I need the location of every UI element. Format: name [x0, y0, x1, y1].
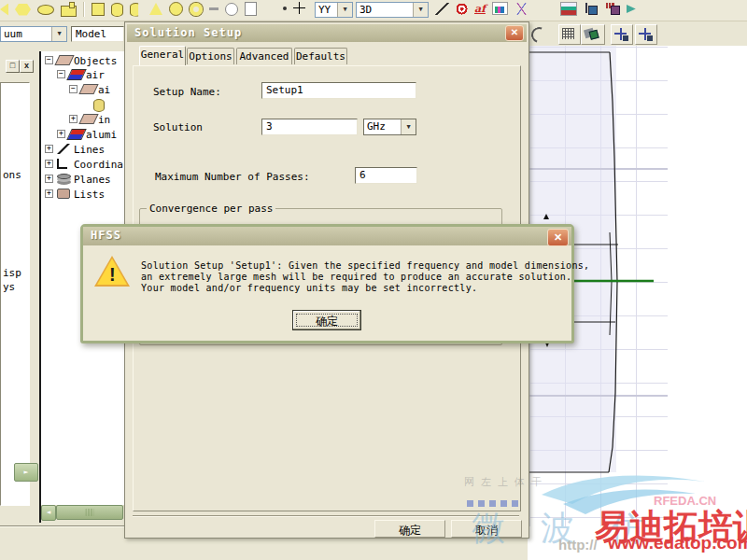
solution-frequency-label: Solution: [153, 121, 203, 133]
arrow-right-icon: ►: [24, 468, 29, 476]
expand-icon[interactable]: +: [45, 145, 53, 153]
solution-frequency-input[interactable]: 3: [261, 119, 358, 135]
material-combobox[interactable]: uum ▼: [0, 26, 67, 42]
collapse-icon[interactable]: −: [45, 56, 53, 64]
analyze-frequency-icon[interactable]: af: [474, 3, 486, 15]
tree-item-ai[interactable]: −ai: [41, 82, 124, 96]
tree-item-Planes[interactable]: +Planes: [41, 172, 124, 186]
arc-tool-icon[interactable]: [529, 24, 550, 46]
subtract-icon[interactable]: [209, 7, 218, 10]
move-view-button[interactable]: [635, 24, 657, 45]
maximize-icon: □: [10, 61, 15, 70]
tree-item-label: Coordina: [74, 159, 123, 171]
model-field[interactable]: Model: [71, 26, 124, 42]
maximize-button[interactable]: □: [6, 60, 20, 73]
tab-advanced[interactable]: Advanced: [236, 48, 292, 64]
planes-icon: [57, 174, 71, 179]
expand-icon[interactable]: +: [45, 160, 53, 168]
dialog-titlebar[interactable]: Solution Setup: [127, 24, 527, 42]
button-divider-highlight: [133, 516, 519, 517]
radiation-pattern-icon[interactable]: [514, 3, 529, 15]
regular-polygon-icon[interactable]: [15, 4, 31, 16]
objects-box-icon: [54, 55, 74, 65]
draw-sphere-icon[interactable]: [169, 2, 183, 16]
marker-arrow-up: [543, 214, 549, 219]
tree-item-air[interactable]: −air: [41, 67, 124, 81]
ok-button[interactable]: 确定: [374, 520, 445, 538]
results-chart-icon[interactable]: [560, 2, 577, 16]
close-button[interactable]: ✕: [505, 25, 524, 41]
measure-line-icon[interactable]: [435, 3, 449, 15]
warning-dialog-titlebar[interactable]: HFSS: [83, 227, 571, 245]
scrollbar-grip: [86, 509, 94, 516]
column-chart-icon[interactable]: [605, 3, 620, 15]
run-simulation-icon[interactable]: [627, 3, 640, 15]
fill-color-button[interactable]: [581, 24, 605, 45]
export-results-icon[interactable]: [584, 3, 599, 15]
polyline-icon[interactable]: [245, 2, 257, 16]
scroll-right-button[interactable]: ►: [14, 463, 38, 482]
tree-item-label: Planes: [74, 174, 111, 186]
target-icon[interactable]: [456, 3, 468, 15]
tree-item-Lines[interactable]: +Lines: [41, 142, 124, 156]
collapse-icon[interactable]: −: [69, 85, 78, 93]
ellipse-icon[interactable]: [37, 5, 54, 15]
analysis-toolbar-group: af: [435, 2, 529, 15]
chevron-down-icon[interactable]: ▼: [401, 119, 416, 134]
plot-report-icon[interactable]: [492, 2, 508, 15]
scroll-left-button[interactable]: ◄: [41, 505, 56, 521]
draw-torus-icon[interactable]: [190, 3, 203, 16]
sweep-box-icon[interactable]: [61, 6, 77, 17]
cylinder-segment-icon[interactable]: [130, 3, 142, 17]
collapse-icon[interactable]: −: [57, 70, 65, 78]
tree-item-label: in: [98, 114, 110, 126]
close-icon: ✕: [554, 231, 562, 243]
hfss-warning-dialog: HFSS ✕ ! Solution Setup 'Setup1': Given …: [80, 224, 574, 343]
coordinate-system-icon[interactable]: [293, 2, 305, 14]
chevron-down-icon[interactable]: ▼: [51, 27, 66, 41]
chevron-down-icon[interactable]: ▼: [413, 3, 428, 17]
tree-item-label: alumi: [86, 129, 117, 141]
tree-item-alumi[interactable]: +alumi: [41, 127, 124, 141]
tree-item-shape[interactable]: [41, 97, 124, 111]
expand-icon[interactable]: +: [69, 115, 78, 123]
max-passes-input[interactable]: 6: [355, 167, 417, 184]
draw-cone-icon[interactable]: [149, 3, 162, 15]
setup-name-input[interactable]: Setup1: [261, 82, 416, 99]
warning-ok-button[interactable]: 确定: [292, 310, 361, 330]
scrollbar-thumb[interactable]: [56, 505, 123, 520]
tab-options[interactable]: Options: [187, 48, 234, 64]
move-arrows-icon: [638, 27, 652, 40]
draw-point-icon[interactable]: [283, 7, 287, 10]
tab-general[interactable]: General: [139, 46, 186, 65]
draw-box-icon[interactable]: [92, 3, 105, 16]
grid-toggle-button[interactable]: [558, 24, 581, 45]
watermark-faint-text: 网左上体干: [464, 475, 548, 489]
partial-shape-icon[interactable]: [0, 4, 8, 16]
close-button[interactable]: ✕: [547, 229, 569, 246]
draw-cylinder-icon[interactable]: [111, 3, 123, 17]
expand-icon[interactable]: +: [57, 130, 65, 138]
close-icon: x: [24, 61, 29, 70]
expand-icon[interactable]: +: [45, 175, 53, 183]
paint-bucket-icon: [584, 28, 595, 38]
expand-icon[interactable]: +: [45, 189, 53, 198]
tree-item-in[interactable]: +in: [41, 112, 124, 126]
draw-circle-icon[interactable]: [225, 3, 238, 16]
frequency-unit-value: GHz: [367, 120, 386, 133]
move-origin-button[interactable]: [611, 24, 633, 45]
frequency-unit-combobox[interactable]: GHz ▼: [363, 119, 416, 135]
close-panel-button[interactable]: x: [20, 60, 34, 73]
point-axis-toolbar-group: [283, 2, 305, 14]
tree-hscrollbar[interactable]: ◄: [41, 505, 124, 519]
view-orientation-combobox[interactable]: YY ▼: [315, 2, 353, 18]
tree-item-Lists[interactable]: +Lists: [41, 187, 124, 201]
drawing-mode-combobox[interactable]: 3D ▼: [356, 2, 429, 18]
tab-label: Advanced: [240, 50, 289, 63]
watermark-url: www.edatop.com: [608, 533, 747, 553]
tab-defaults[interactable]: Defaults: [294, 48, 347, 64]
tree-item-Coordina[interactable]: +Coordina: [41, 157, 124, 171]
object-box-icon: [78, 114, 98, 124]
chevron-down-icon[interactable]: ▼: [337, 3, 352, 17]
tree-item-Objects[interactable]: −Objects: [41, 53, 124, 67]
